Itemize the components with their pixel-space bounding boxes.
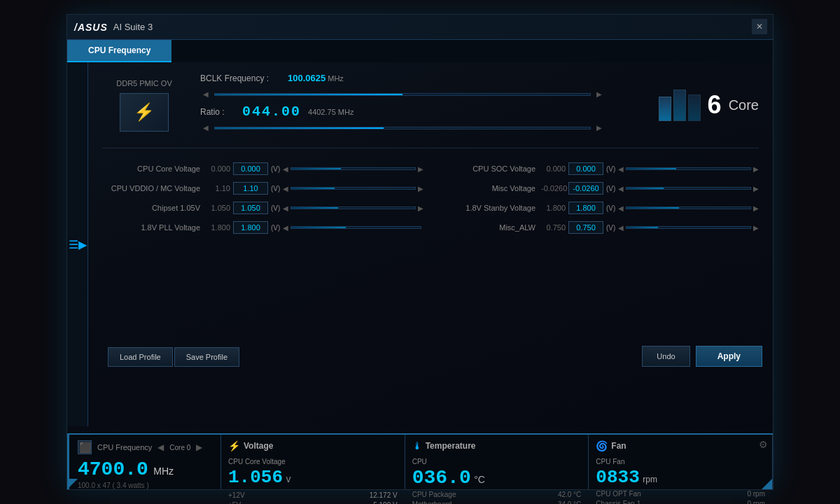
v-slider-left-r1[interactable]: ◀ — [618, 185, 624, 192]
fan-label-1: Chassis Fan 1 — [596, 499, 640, 504]
v-slider-r0: ◀ ▶ — [618, 165, 759, 173]
v-slider-right-1[interactable]: ▶ — [418, 185, 424, 192]
v-label-r3: Misc_ALW — [438, 223, 536, 232]
fan-label-0: CPU OPT Fan — [596, 489, 640, 499]
cpu-fan-unit: rpm — [643, 475, 657, 484]
v-slider-left-1[interactable]: ◀ — [283, 185, 288, 192]
bclk-slider-right[interactable]: ▶ — [594, 89, 605, 99]
fan-val-0: 0 rpm — [747, 489, 765, 499]
v-unit-r3: (V) — [606, 224, 615, 232]
content-area: DDR5 PMIC OV BCLK Frequency : 100.0625 M… — [88, 62, 773, 426]
battery-bar-2 — [673, 90, 686, 121]
fan-settings-icon[interactable]: ⚙ — [759, 439, 768, 450]
app-title: AI Suite 3 — [113, 22, 153, 32]
v-input-r1[interactable] — [568, 182, 603, 195]
v-slider-left-r2[interactable]: ◀ — [618, 204, 624, 212]
core-next-button[interactable]: ▶ — [196, 442, 202, 452]
undo-button[interactable]: Undo — [642, 346, 690, 367]
v-slider-right-2[interactable]: ▶ — [418, 204, 424, 212]
v-slider-right-r3[interactable]: ▶ — [753, 224, 759, 232]
volt-item-0: +12V 12.172 V — [228, 491, 398, 500]
temp-val-1: 34.0 °C — [558, 500, 581, 504]
ratio-slider-right[interactable]: ▶ — [594, 122, 605, 133]
core-prev-button[interactable]: ◀ — [158, 442, 164, 452]
v-slider-left-0[interactable]: ◀ — [283, 165, 288, 173]
v-label-r1: Misc Voltage — [438, 184, 536, 192]
status-fan-segment: 🌀 Fan CPU Fan 0833 rpm CPU OPT Fan 0 rpm… — [589, 435, 773, 489]
v-base-1: 1.10 — [206, 184, 230, 192]
v-slider-r3: ◀ ▶ — [618, 224, 759, 232]
close-button[interactable]: ✕ — [752, 19, 767, 34]
save-profile-button[interactable]: Save Profile — [174, 347, 239, 367]
v-input-1[interactable] — [233, 182, 268, 195]
v-slider-right-r2[interactable]: ▶ — [753, 204, 759, 212]
v-input-2[interactable] — [233, 202, 268, 214]
battery-icons — [659, 90, 701, 121]
v-base-2: 1.050 — [206, 204, 230, 212]
voltage-row-3: 1.8V PLL Voltage 1.800 (V) ◀ — [102, 221, 424, 234]
battery-bar-3 — [688, 94, 701, 121]
v-base-r2: 1.800 — [541, 204, 566, 212]
cpu-core-voltage-row: CPU Core Voltage — [228, 454, 398, 467]
temp-label-1: Motherboard — [412, 500, 452, 504]
v-slider-track-2[interactable] — [290, 206, 416, 209]
v-slider-track-r3[interactable] — [626, 226, 751, 229]
v-input-3[interactable] — [233, 221, 268, 234]
fan-status-header: 🌀 Fan — [596, 440, 765, 451]
bclk-unit: MHz — [328, 74, 344, 83]
status-voltage-segment: ⚡ Voltage CPU Core Voltage 1.056 v +12V … — [221, 435, 405, 489]
v-slider-right-r1[interactable]: ▶ — [753, 185, 759, 192]
ratio-label: Ratio : — [200, 107, 242, 117]
temp-item-1: Motherboard 34.0 °C — [412, 500, 582, 504]
v-unit-r1: (V) — [606, 185, 615, 192]
v-slider-track-r2[interactable] — [626, 206, 751, 209]
v-label-1: CPU VDDIO / MC Voltage — [102, 184, 200, 192]
v-slider-left-r3[interactable]: ◀ — [618, 224, 624, 232]
v-label-2: Chipset 1.05V — [102, 204, 200, 212]
v-slider-track-3[interactable] — [290, 226, 421, 229]
cpu-fan-label: CPU Fan — [596, 458, 624, 465]
core-display: 6 Core — [619, 90, 759, 121]
load-profile-button[interactable]: Load Profile — [108, 347, 173, 367]
v-slider-left-r0[interactable]: ◀ — [618, 165, 624, 173]
profile-buttons: Load Profile Save Profile — [108, 347, 239, 367]
v-slider-0: ◀ ▶ — [283, 165, 424, 173]
ratio-value: 044.00 — [242, 104, 301, 120]
v-slider-track-0[interactable] — [290, 167, 416, 170]
sidebar-menu-icon[interactable]: ☰▶ — [69, 238, 87, 251]
volt-label-0: +12V — [228, 491, 245, 500]
v-input-r2[interactable] — [568, 202, 603, 214]
apply-button[interactable]: Apply — [696, 346, 762, 367]
v-input-r3[interactable] — [568, 221, 603, 234]
volt-item-1: +5V 5.100 V — [228, 500, 398, 504]
voltage-row-2: Chipset 1.05V 1.050 (V) ◀ ▶ — [102, 202, 424, 214]
bclk-slider-left[interactable]: ◀ — [200, 89, 211, 99]
v-slider-right-r0[interactable]: ▶ — [753, 165, 759, 173]
v-input-0[interactable] — [233, 162, 268, 175]
freq-triangle — [67, 479, 78, 489]
bclk-slider-track[interactable] — [214, 93, 591, 96]
v-slider-left-2[interactable]: ◀ — [283, 204, 288, 212]
tab-cpu-frequency[interactable]: CPU Frequency — [67, 40, 172, 62]
ddr5-block: DDR5 PMIC OV — [102, 79, 186, 132]
v-slider-track-r1[interactable] — [626, 187, 751, 190]
voltage-row-r0: CPU SOC Voltage 0.000 (V) ◀ ▶ — [438, 162, 759, 175]
v-slider-track-1[interactable] — [290, 187, 416, 190]
v-slider-track-r0[interactable] — [626, 167, 751, 170]
v-slider-r2: ◀ ▶ — [618, 204, 759, 212]
v-input-r0[interactable] — [568, 162, 603, 175]
core-count: 6 — [708, 90, 722, 120]
ratio-slider-track[interactable] — [214, 127, 591, 130]
v-base-3: 1.800 — [206, 223, 230, 232]
cpu-fan-label-row: CPU Fan — [596, 454, 765, 467]
voltage-status-title: Voltage — [244, 441, 273, 451]
cpu-fan-value: 0833 — [596, 467, 639, 488]
v-slider-right-0[interactable]: ▶ — [418, 165, 424, 173]
v-unit-0: (V) — [271, 165, 280, 173]
temp-val-0: 42.0 °C — [558, 490, 581, 500]
cpu-freq-value-row: 4700.0 MHz — [78, 458, 212, 480]
cpu-freq-value: 4700.0 — [78, 458, 148, 480]
cpu-core-voltage-label: CPU Core Voltage — [228, 458, 286, 465]
ratio-slider-left[interactable]: ◀ — [200, 122, 211, 133]
v-slider-left-3[interactable]: ◀ — [283, 224, 288, 232]
